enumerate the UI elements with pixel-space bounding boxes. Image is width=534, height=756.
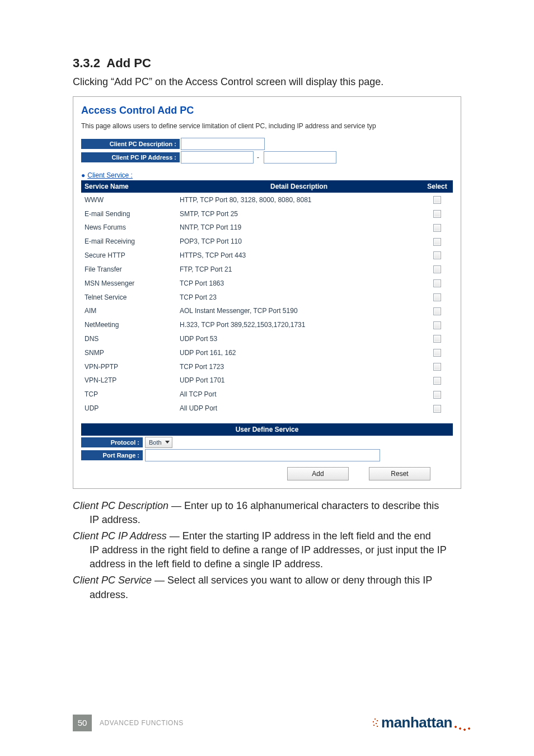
logo-word: manhattan bbox=[381, 714, 452, 731]
service-checkbox[interactable] bbox=[433, 293, 441, 301]
add-button[interactable]: Add bbox=[287, 467, 349, 480]
service-name-cell: News Forums bbox=[81, 221, 176, 235]
service-checkbox[interactable] bbox=[433, 321, 441, 329]
service-checkbox[interactable] bbox=[433, 363, 441, 371]
service-select-cell bbox=[421, 374, 453, 388]
table-row: News ForumsNNTP, TCP Port 119 bbox=[81, 221, 453, 235]
table-row: File TransferFTP, TCP Port 21 bbox=[81, 262, 453, 276]
service-detail-cell: HTTPS, TCP Port 443 bbox=[176, 249, 421, 263]
service-checkbox[interactable] bbox=[433, 265, 441, 273]
access-control-panel: Access Control Add PC This page allows u… bbox=[73, 96, 461, 488]
service-select-cell bbox=[421, 304, 453, 318]
service-checkbox[interactable] bbox=[433, 405, 441, 413]
protocol-select[interactable]: Both bbox=[145, 437, 172, 448]
service-select-cell bbox=[421, 207, 453, 221]
section-title: Add PC bbox=[106, 56, 151, 70]
table-row: VPN-L2TPUDP Port 1701 bbox=[81, 374, 453, 388]
table-row: E-mail SendingSMTP, TCP Port 25 bbox=[81, 207, 453, 221]
client-desc-input[interactable] bbox=[181, 138, 265, 150]
service-checkbox[interactable] bbox=[433, 196, 441, 204]
service-name-cell: UDP bbox=[81, 402, 176, 416]
service-checkbox[interactable] bbox=[433, 307, 441, 315]
service-detail-cell: All UDP Port bbox=[176, 402, 421, 416]
page-footer: 50 ADVANCED FUNCTIONS manhattan bbox=[73, 714, 472, 731]
client-service-heading: Client Service : bbox=[81, 171, 453, 179]
page: 3.3.2 Add PC Clicking “Add PC” on the Ac… bbox=[0, 0, 534, 756]
service-name-cell: VPN-L2TP bbox=[81, 374, 176, 388]
service-name-cell: WWW bbox=[81, 193, 176, 207]
client-desc-label: Client PC Description : bbox=[81, 139, 180, 149]
service-checkbox[interactable] bbox=[433, 335, 441, 343]
service-detail-cell: TCP Port 1723 bbox=[176, 360, 421, 374]
service-select-cell bbox=[421, 332, 453, 346]
service-name-cell: Secure HTTP bbox=[81, 249, 176, 263]
service-detail-cell: NNTP, TCP Port 119 bbox=[176, 221, 421, 235]
service-select-cell bbox=[421, 235, 453, 249]
panel-title: Access Control Add PC bbox=[81, 105, 453, 116]
service-select-cell bbox=[421, 290, 453, 304]
port-range-input[interactable] bbox=[145, 449, 380, 461]
service-checkbox[interactable] bbox=[433, 391, 441, 399]
service-checkbox[interactable] bbox=[433, 251, 441, 259]
services-header-row: Service Name Detail Description Select bbox=[81, 180, 453, 193]
manhattan-logo: manhattan bbox=[371, 714, 472, 731]
page-number-badge: 50 bbox=[73, 715, 92, 731]
service-checkbox[interactable] bbox=[433, 279, 441, 287]
service-detail-cell: TCP Port 23 bbox=[176, 290, 421, 304]
service-name-cell: DNS bbox=[81, 332, 176, 346]
service-name-cell: SNMP bbox=[81, 346, 176, 360]
service-detail-cell: All TCP Port bbox=[176, 388, 421, 402]
port-range-row: Port Range : bbox=[81, 449, 453, 461]
table-row: VPN-PPTPTCP Port 1723 bbox=[81, 360, 453, 374]
service-checkbox[interactable] bbox=[433, 210, 441, 218]
service-select-cell bbox=[421, 360, 453, 374]
explain-desc: Client PC Description — Enter up to 16 a… bbox=[73, 499, 461, 527]
term-desc: Client PC Description bbox=[73, 500, 168, 511]
protocol-row: Protocol : Both bbox=[81, 437, 453, 448]
service-select-cell bbox=[421, 388, 453, 402]
explain-service: Client PC Service — Select all services … bbox=[73, 573, 461, 601]
chevron-down-icon bbox=[165, 441, 170, 444]
service-name-cell: File Transfer bbox=[81, 262, 176, 276]
user-define-service-heading: User Define Service bbox=[81, 423, 453, 436]
port-range-label: Port Range : bbox=[81, 450, 143, 460]
service-checkbox[interactable] bbox=[433, 377, 441, 385]
client-ip-end-input[interactable] bbox=[264, 151, 336, 164]
service-detail-cell: UDP Port 1701 bbox=[176, 374, 421, 388]
table-row: TCPAll TCP Port bbox=[81, 388, 453, 402]
client-ip-start-input[interactable] bbox=[181, 151, 254, 164]
panel-description: This page allows users to define service… bbox=[81, 122, 453, 130]
table-row: MSN MessengerTCP Port 1863 bbox=[81, 276, 453, 290]
service-select-cell bbox=[421, 276, 453, 290]
service-select-cell bbox=[421, 221, 453, 235]
services-table: Service Name Detail Description Select W… bbox=[81, 180, 453, 415]
service-select-cell bbox=[421, 249, 453, 263]
reset-button[interactable]: Reset bbox=[369, 467, 430, 480]
service-select-cell bbox=[421, 262, 453, 276]
footer-left: 50 ADVANCED FUNCTIONS bbox=[73, 715, 184, 731]
service-checkbox[interactable] bbox=[433, 224, 441, 232]
service-name-cell: AIM bbox=[81, 304, 176, 318]
col-detail: Detail Description bbox=[176, 180, 421, 193]
service-name-cell: MSN Messenger bbox=[81, 276, 176, 290]
table-row: E-mail ReceivingPOP3, TCP Port 110 bbox=[81, 235, 453, 249]
service-detail-cell: POP3, TCP Port 110 bbox=[176, 235, 421, 249]
table-row: DNSUDP Port 53 bbox=[81, 332, 453, 346]
protocol-value: Both bbox=[149, 439, 162, 446]
ip-range-separator: - bbox=[254, 153, 263, 161]
service-detail-cell: AOL Instant Messenger, TCP Port 5190 bbox=[176, 304, 421, 318]
table-row: UDPAll UDP Port bbox=[81, 402, 453, 416]
table-row: NetMeetingH.323, TCP Port 389,522,1503,1… bbox=[81, 318, 453, 332]
table-row: Secure HTTPHTTPS, TCP Port 443 bbox=[81, 249, 453, 263]
section-number: 3.3.2 bbox=[73, 56, 100, 70]
service-checkbox[interactable] bbox=[433, 238, 441, 246]
service-name-cell: E-mail Receiving bbox=[81, 235, 176, 249]
service-detail-cell: SMTP, TCP Port 25 bbox=[176, 207, 421, 221]
service-name-cell: TCP bbox=[81, 388, 176, 402]
service-name-cell: VPN-PPTP bbox=[81, 360, 176, 374]
button-row: Add Reset bbox=[81, 461, 453, 480]
service-detail-cell: H.323, TCP Port 389,522,1503,1720,1731 bbox=[176, 318, 421, 332]
service-checkbox[interactable] bbox=[433, 349, 441, 357]
protocol-label: Protocol : bbox=[81, 437, 143, 447]
term-ip: Client PC IP Address bbox=[73, 530, 167, 542]
